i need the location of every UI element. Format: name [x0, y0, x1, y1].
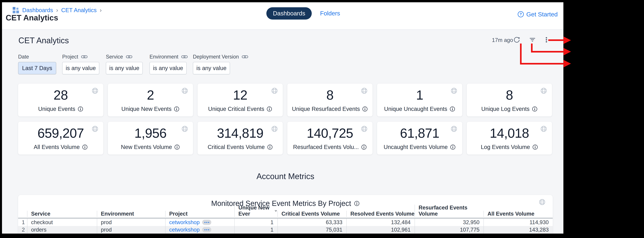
- tab-bar: Dashboards Folders: [266, 7, 340, 20]
- kpi-label: Unique Uncaught Events: [384, 106, 447, 112]
- filter-label: Deployment Version: [193, 54, 239, 60]
- filter-date-value-button[interactable]: Last 7 Days: [18, 62, 56, 74]
- linked-filter-icon: [181, 55, 188, 59]
- cell-service: orders: [27, 226, 97, 234]
- filter-deployment-version-value-button[interactable]: is any value: [193, 62, 230, 74]
- tab-folders[interactable]: Folders: [320, 10, 340, 17]
- linked-filter-icon: [126, 55, 132, 59]
- row-number: 2: [18, 226, 27, 234]
- info-icon[interactable]: [82, 144, 88, 150]
- refresh-icon: [514, 36, 520, 43]
- column-header-resurfaced-events-volume[interactable]: Resurfaced Events Volume: [414, 204, 484, 217]
- kpi-tile-unique-uncaught-events[interactable]: 1 Unique Uncaught Events: [377, 84, 462, 116]
- project-link[interactable]: cetworkshop: [169, 227, 200, 233]
- kpi-label: Unique Events: [38, 106, 75, 112]
- info-icon[interactable]: [450, 144, 456, 150]
- cell-environment: prod: [97, 226, 165, 234]
- kpi-label: All Events Volume: [34, 144, 80, 150]
- info-icon[interactable]: [267, 144, 273, 150]
- table-row: 1 checkout prod cetworkshop 1 63,333 132…: [18, 218, 553, 226]
- kpi-tile-unique-critical-events[interactable]: 12 Unique Critical Events: [198, 84, 283, 116]
- cell-all-events-volume: 143,283: [484, 226, 553, 234]
- info-icon[interactable]: [361, 144, 367, 150]
- column-header-project[interactable]: Project: [165, 211, 234, 217]
- info-icon[interactable]: [174, 106, 180, 112]
- kpi-value: 14,018: [467, 126, 552, 141]
- info-icon[interactable]: [362, 106, 368, 112]
- filter-label: Environment: [150, 54, 178, 60]
- kpi-tile-new-events-volume[interactable]: 1,956 New Events Volume: [108, 122, 193, 154]
- info-icon[interactable]: [266, 106, 272, 112]
- info-icon[interactable]: [354, 200, 360, 206]
- column-header-environment[interactable]: Environment: [97, 211, 165, 217]
- kpi-label: Uncaught Events Volume: [384, 144, 448, 150]
- kpi-label: New Events Volume: [121, 144, 172, 150]
- column-header-resolved-events-volume[interactable]: Resolved Events Volume: [346, 211, 414, 217]
- filter-date: Date Last 7 Days: [18, 54, 56, 74]
- info-icon[interactable]: [78, 106, 83, 112]
- info-icon[interactable]: [450, 106, 455, 112]
- dashboard-area: CET Analytics 17m ago Date La: [2, 30, 564, 234]
- linked-filter-icon: [242, 55, 248, 59]
- kpi-label: Unique Critical Events: [208, 106, 264, 112]
- info-icon[interactable]: [532, 106, 538, 112]
- breadcrumb-link-cet-analytics[interactable]: CET Analytics: [61, 7, 96, 14]
- kpi-value: 314,819: [198, 126, 283, 141]
- kpi-tile-resurfaced-events-volume[interactable]: 140,725 Resurfaced Events Volu...: [287, 122, 372, 154]
- column-header-service[interactable]: Service: [27, 211, 97, 217]
- project-link[interactable]: cetworkshop: [169, 219, 200, 226]
- cell-all-events-volume: 114,930: [484, 218, 553, 226]
- column-header-all-events-volume[interactable]: All Events Volume: [484, 211, 553, 217]
- kpi-label: Unique New Events: [122, 106, 172, 112]
- kpi-tile-uncaught-events-volume[interactable]: 61,871 Uncaught Events Volume: [377, 122, 462, 154]
- breadcrumb-separator: ›: [100, 7, 102, 14]
- filter-project-value-button[interactable]: is any value: [62, 62, 99, 74]
- cell-ellipsis-menu-icon[interactable]: [202, 220, 211, 225]
- kpi-tile-all-events-volume[interactable]: 659,207 All Events Volume: [18, 122, 103, 154]
- dashboard-title: CET Analytics: [18, 36, 69, 45]
- cell-project: cetworkshop: [165, 226, 234, 234]
- sort-chevron-down-icon[interactable]: [274, 208, 278, 213]
- tab-dashboards[interactable]: Dashboards: [266, 7, 312, 20]
- page-title: CET Analytics: [6, 13, 58, 22]
- table-row: 2 orders prod cetworkshop 1 75,031 102,9…: [18, 226, 553, 234]
- filters-button[interactable]: [529, 36, 536, 43]
- kpi-value: 140,725: [287, 126, 372, 141]
- kpi-tile-unique-events[interactable]: 28 Unique Events: [18, 84, 103, 116]
- kpi-value: 61,871: [377, 126, 462, 141]
- screenshot-root: { "topbar": { "breadcrumb": { "items": […: [0, 0, 644, 238]
- column-header-critical-events-volume[interactable]: Critical Events Volume: [278, 211, 346, 217]
- kpi-value: 12: [198, 88, 283, 102]
- kpi-tile-log-events-volume[interactable]: 14,018 Log Events Volume: [467, 122, 552, 154]
- kpi-tile-unique-log-events[interactable]: 8 Unique Log Events: [467, 84, 552, 116]
- table-card-monitored-service-event-metrics: Monitored Service Event Metrics By Proje…: [18, 195, 553, 234]
- cell-project: cetworkshop: [165, 218, 234, 226]
- column-header-unique-new-events[interactable]: Unique New Ever: [234, 204, 278, 217]
- kpi-tile-unique-new-events[interactable]: 2 Unique New Events: [108, 84, 193, 116]
- kpi-tile-critical-events-volume[interactable]: 314,819 Critical Events Volume: [198, 122, 283, 154]
- breadcrumb-separator: ›: [56, 7, 58, 14]
- info-icon[interactable]: [532, 144, 538, 150]
- cell-resurfaced-events-volume: 32,950: [414, 218, 484, 226]
- filter-service-value-button[interactable]: is any value: [106, 62, 143, 74]
- info-icon[interactable]: [174, 144, 180, 150]
- kpi-label: Unique Log Events: [481, 106, 530, 112]
- filter-label: Date: [18, 54, 29, 60]
- breadcrumb-link-dashboards[interactable]: Dashboards: [22, 7, 53, 14]
- cell-unique-new-events: 1: [234, 226, 278, 234]
- cell-ellipsis-menu-icon[interactable]: [202, 227, 211, 232]
- cell-resolved-events-volume: 102,961: [346, 226, 414, 234]
- linked-filter-icon: [81, 55, 88, 59]
- refresh-button[interactable]: [514, 36, 520, 43]
- filter-environment-value-button[interactable]: is any value: [150, 62, 186, 74]
- filter-list-icon: [529, 36, 536, 43]
- get-started-link[interactable]: ? Get Started: [518, 10, 558, 18]
- kpi-value: 8: [287, 88, 372, 102]
- dashboards-grid-icon: [12, 7, 19, 14]
- row-number: 1: [18, 218, 27, 226]
- kpi-tile-unique-resurfaced-events[interactable]: 8 Unique Resurfaced Events: [287, 84, 372, 116]
- table-header-row: Service Environment Project Unique New E…: [18, 208, 553, 218]
- kpi-label: Log Events Volume: [481, 144, 530, 150]
- cell-environment: prod: [97, 218, 165, 226]
- kpi-label: Unique Resurfaced Events: [292, 106, 360, 112]
